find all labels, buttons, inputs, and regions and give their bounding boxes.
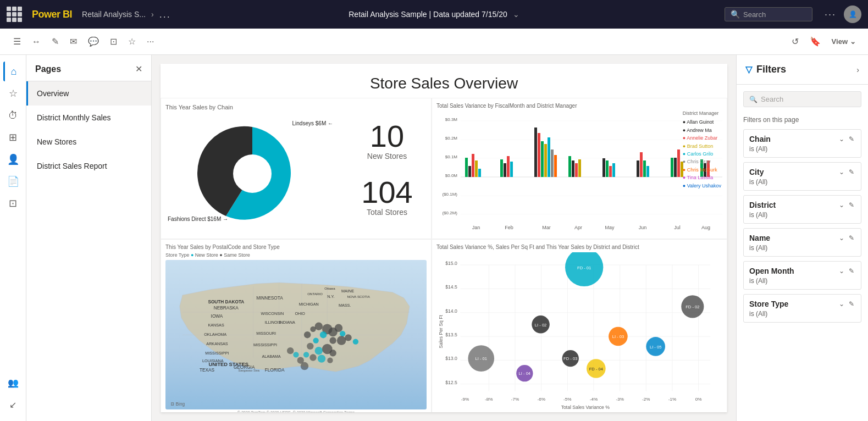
nav-workspaces-icon[interactable]: ⊡ bbox=[3, 193, 23, 213]
view-label: View bbox=[832, 37, 848, 46]
svg-text:Aug: Aug bbox=[701, 225, 710, 230]
svg-rect-25 bbox=[544, 144, 547, 177]
svg-text:FD - 02: FD - 02 bbox=[685, 304, 699, 309]
svg-text:$13.0: $13.0 bbox=[445, 356, 457, 361]
page-item-new-stores[interactable]: New Stores bbox=[26, 130, 151, 154]
nav-learn-icon[interactable]: 📄 bbox=[3, 171, 23, 191]
reading-view-button[interactable]: ☰ bbox=[9, 33, 25, 50]
page-item-district-sales[interactable]: District Sales Report bbox=[26, 154, 151, 178]
top-search-box[interactable]: 🔍 bbox=[725, 7, 812, 21]
undo-button[interactable]: ↺ bbox=[788, 33, 802, 50]
edit-button[interactable]: ✎ bbox=[47, 33, 63, 50]
filter-district-expand[interactable]: ⌄ bbox=[838, 200, 845, 210]
filter-name[interactable]: Name ⌄ ✎ is (All) bbox=[743, 228, 861, 257]
report-canvas: Store Sales Overview This Year Sales by … bbox=[161, 64, 727, 412]
nav-apps-icon[interactable]: ⊞ bbox=[3, 128, 23, 147]
legend-chrism: ● Chris McGurk bbox=[683, 166, 721, 174]
share-button[interactable]: ✉ bbox=[65, 33, 81, 50]
svg-rect-43 bbox=[677, 149, 680, 177]
bar-chart-area[interactable]: Total Sales Variance by FiscalMonth and … bbox=[432, 98, 727, 239]
svg-text:LI - 04: LI - 04 bbox=[519, 371, 530, 376]
filter-open-month-clear[interactable]: ✎ bbox=[848, 266, 855, 276]
filter-open-month[interactable]: Open Month ⌄ ✎ is (All) bbox=[743, 261, 861, 290]
filter-store-type-expand[interactable]: ⌄ bbox=[838, 299, 845, 309]
svg-text:LI - 05: LI - 05 bbox=[650, 345, 661, 350]
svg-text:OHIO: OHIO bbox=[295, 311, 305, 316]
svg-text:Jul: Jul bbox=[674, 225, 681, 230]
filter-name-clear[interactable]: ✎ bbox=[848, 233, 855, 243]
svg-point-110 bbox=[327, 358, 333, 363]
nav-admin-icon[interactable]: 👥 bbox=[3, 373, 23, 392]
toolbar-more-button[interactable]: ··· bbox=[142, 34, 158, 50]
filter-city[interactable]: City ⌄ ✎ is (All) bbox=[743, 162, 861, 191]
user-avatar[interactable]: 👤 bbox=[844, 5, 861, 23]
svg-text:INDIANA: INDIANA bbox=[279, 320, 295, 325]
nav-favorites-icon[interactable]: ☆ bbox=[3, 84, 23, 103]
teams-button[interactable]: ⊡ bbox=[106, 33, 121, 50]
svg-text:N.Y.: N.Y. bbox=[327, 294, 334, 299]
filter-store-type[interactable]: Store Type ⌄ ✎ is (All) bbox=[743, 294, 861, 323]
svg-point-113 bbox=[287, 347, 294, 354]
filter-chain[interactable]: Chain ⌄ ✎ is (All) bbox=[743, 129, 861, 158]
svg-rect-41 bbox=[671, 158, 673, 177]
filter-name-expand[interactable]: ⌄ bbox=[838, 233, 845, 243]
filters-expand-button[interactable]: › bbox=[856, 65, 859, 74]
top-search-input[interactable] bbox=[743, 10, 806, 19]
nav-shared-icon[interactable]: 👤 bbox=[3, 149, 23, 169]
legend-andrew: ● Andrew Ma bbox=[683, 126, 721, 134]
svg-rect-16 bbox=[475, 160, 478, 177]
filter-chain-expand[interactable]: ⌄ bbox=[838, 134, 845, 144]
svg-text:MINNESOTA: MINNESOTA bbox=[256, 296, 283, 301]
svg-rect-26 bbox=[548, 137, 550, 177]
svg-text:-4%: -4% bbox=[590, 397, 598, 402]
brand-logo[interactable]: Power BI bbox=[32, 9, 72, 20]
nav-home-icon[interactable]: ⌂ bbox=[3, 62, 23, 81]
bookmark-button[interactable]: 🔖 bbox=[806, 33, 824, 50]
svg-rect-34 bbox=[606, 160, 609, 177]
favorite-button[interactable]: ☆ bbox=[124, 33, 140, 50]
more-options-icon[interactable]: ··· bbox=[825, 9, 836, 20]
svg-point-0 bbox=[233, 154, 272, 193]
svg-rect-17 bbox=[478, 169, 481, 177]
filter-store-type-clear[interactable]: ✎ bbox=[848, 299, 855, 309]
svg-text:OKLAHOMA: OKLAHOMA bbox=[204, 332, 226, 337]
search-icon: 🔍 bbox=[731, 10, 740, 19]
fit-page-button[interactable]: ↔ bbox=[27, 34, 45, 50]
filter-city-clear[interactable]: ✎ bbox=[848, 167, 855, 177]
report-name[interactable]: Retail Analysis S... bbox=[82, 10, 146, 19]
title-chevron-icon[interactable]: ⌄ bbox=[513, 10, 519, 19]
svg-text:FLORIDA: FLORIDA bbox=[265, 368, 285, 373]
filters-search-box[interactable]: 🔍 bbox=[743, 91, 861, 107]
pie-chart-area[interactable]: This Year Sales by Chain bbox=[161, 98, 343, 239]
svg-rect-29 bbox=[568, 156, 571, 177]
apps-icon[interactable] bbox=[7, 7, 22, 22]
filters-search-input[interactable] bbox=[761, 95, 855, 103]
filter-city-expand[interactable]: ⌄ bbox=[838, 167, 845, 177]
nav-more-button[interactable]: ... bbox=[159, 9, 171, 20]
map-area[interactable]: This Year Sales by PostalCode and Store … bbox=[161, 239, 432, 412]
center-title: Retail Analysis Sample | Data updated 7/… bbox=[349, 10, 519, 19]
svg-rect-42 bbox=[674, 158, 677, 177]
svg-point-103 bbox=[307, 343, 313, 350]
filter-district[interactable]: District ⌄ ✎ is (All) bbox=[743, 195, 861, 224]
svg-text:-1%: -1% bbox=[668, 397, 676, 402]
svg-text:Ottawa: Ottawa bbox=[324, 286, 335, 290]
svg-rect-40 bbox=[646, 166, 649, 177]
pages-close-button[interactable]: ✕ bbox=[135, 64, 142, 74]
chat-button[interactable]: 💬 bbox=[84, 33, 103, 50]
nav-collapse-icon[interactable]: ↙ bbox=[3, 395, 23, 414]
filter-open-month-expand[interactable]: ⌄ bbox=[838, 266, 845, 276]
bubble-chart-area[interactable]: Total Sales Variance %, Sales Per Sq Ft … bbox=[432, 239, 727, 412]
nav-recent-icon[interactable]: ⏱ bbox=[3, 106, 23, 125]
filters-section-label: Filters on this page bbox=[737, 112, 868, 127]
svg-text:Sales Per Sq Ft: Sales Per Sq Ft bbox=[438, 314, 444, 348]
page-item-overview[interactable]: Overview bbox=[26, 81, 151, 106]
filter-district-clear[interactable]: ✎ bbox=[848, 200, 855, 210]
legend-chrisg: ● Chris Gray bbox=[683, 158, 721, 165]
filter-chain-clear[interactable]: ✎ bbox=[848, 134, 855, 144]
view-button[interactable]: View ⌄ bbox=[828, 34, 859, 49]
page-item-district-monthly[interactable]: District Monthly Sales bbox=[26, 106, 151, 130]
svg-text:-7%: -7% bbox=[511, 397, 519, 402]
filter-open-month-value: is (All) bbox=[749, 277, 855, 285]
legend-carlos: ● Carlos Grilo bbox=[683, 150, 721, 158]
